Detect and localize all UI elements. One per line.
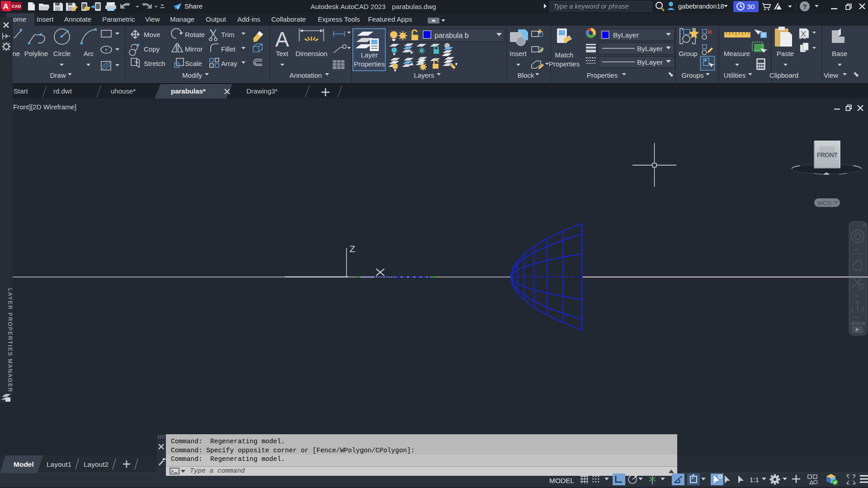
svg-text:MODEL: MODEL bbox=[549, 477, 575, 484]
svg-text:FRONT: FRONT bbox=[817, 151, 838, 159]
svg-text:Polyline: Polyline bbox=[24, 50, 48, 57]
svg-text:?: ? bbox=[802, 3, 807, 10]
svg-text:Layout2: Layout2 bbox=[84, 460, 108, 468]
svg-text:Stretch: Stretch bbox=[144, 60, 165, 67]
svg-text:Block: Block bbox=[518, 71, 534, 79]
svg-text:ByLayer: ByLayer bbox=[613, 31, 639, 39]
svg-text:parabulas.dwg: parabulas.dwg bbox=[392, 3, 436, 10]
svg-text:Match: Match bbox=[555, 51, 574, 59]
svg-text:Z: Z bbox=[349, 244, 355, 254]
svg-text:parabula b: parabula b bbox=[434, 32, 469, 39]
svg-text:Measure: Measure bbox=[724, 50, 750, 57]
svg-text:Mirror: Mirror bbox=[185, 45, 203, 53]
svg-text:Properties: Properties bbox=[354, 60, 385, 68]
svg-text:Insert: Insert bbox=[509, 50, 527, 57]
svg-text:Type a keyword or phrase: Type a keyword or phrase bbox=[553, 3, 629, 10]
svg-text:Rotate: Rotate bbox=[185, 31, 205, 38]
svg-text:Properties: Properties bbox=[549, 60, 580, 68]
svg-text:Annotation: Annotation bbox=[289, 71, 322, 79]
svg-text:Modify: Modify bbox=[182, 71, 203, 79]
svg-text:Groups: Groups bbox=[681, 71, 703, 79]
svg-text:Layer: Layer bbox=[361, 51, 378, 59]
svg-text:Clipboard: Clipboard bbox=[769, 71, 798, 79]
svg-text:ByLayer: ByLayer bbox=[637, 45, 663, 52]
svg-text:30: 30 bbox=[747, 3, 755, 10]
svg-text:Circle: Circle bbox=[53, 50, 71, 57]
svg-text:Utilities: Utilities bbox=[724, 71, 745, 79]
svg-text:Autodesk AutoCAD 2023: Autodesk AutoCAD 2023 bbox=[311, 3, 386, 10]
svg-text:WCS: WCS bbox=[817, 200, 831, 206]
svg-text:Group: Group bbox=[679, 50, 698, 57]
svg-text:CAD: CAD bbox=[12, 4, 21, 9]
svg-text:Fillet: Fillet bbox=[221, 45, 236, 53]
svg-text:Layout1: Layout1 bbox=[47, 460, 71, 468]
svg-text:Model: Model bbox=[14, 460, 34, 468]
svg-text:A: A bbox=[3, 2, 9, 11]
svg-text:Base: Base bbox=[832, 50, 847, 57]
svg-text:A: A bbox=[275, 28, 289, 51]
svg-text:LAYER PROPERTIES MANAGER: LAYER PROPERTIES MANAGER bbox=[7, 288, 13, 393]
svg-text:Copy: Copy bbox=[144, 45, 160, 53]
svg-text:Trim: Trim bbox=[221, 31, 234, 38]
svg-text:Properties: Properties bbox=[587, 71, 618, 79]
svg-text:Paste: Paste bbox=[777, 50, 794, 57]
svg-text:Layers: Layers bbox=[414, 71, 434, 79]
svg-text:Move: Move bbox=[144, 31, 160, 38]
svg-text:Array: Array bbox=[221, 60, 237, 67]
svg-text:Dimension: Dimension bbox=[296, 50, 328, 57]
svg-text:gabebrandon18: gabebrandon18 bbox=[678, 3, 724, 10]
svg-text:Draw: Draw bbox=[50, 71, 66, 79]
svg-text:Scale: Scale bbox=[185, 60, 202, 67]
svg-text:Text: Text bbox=[276, 50, 288, 57]
svg-text:Arc: Arc bbox=[84, 50, 94, 57]
svg-text:ByLayer: ByLayer bbox=[637, 58, 663, 66]
svg-text:Share: Share bbox=[184, 2, 203, 10]
svg-text:View: View bbox=[824, 71, 838, 79]
svg-text:1:1: 1:1 bbox=[750, 476, 759, 483]
